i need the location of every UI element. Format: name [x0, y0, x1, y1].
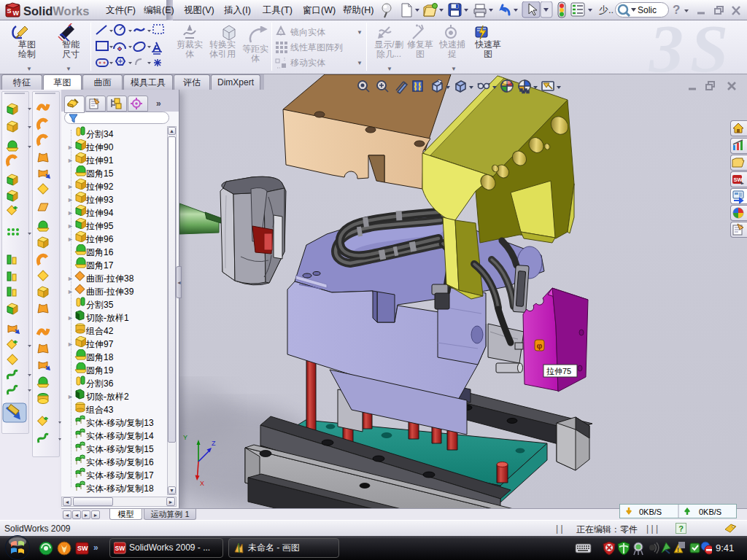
svg-text:φ: φ: [537, 341, 543, 350]
svg-text:少..: 少..: [599, 4, 614, 15]
svg-text:Z: Z: [212, 440, 216, 447]
svg-text:W: W: [13, 9, 20, 17]
svg-text:0KB/S: 0KB/S: [699, 508, 721, 516]
svg-text:»: »: [93, 542, 98, 553]
svg-text:0KB/S: 0KB/S: [639, 508, 662, 516]
svg-text:SW: SW: [115, 545, 126, 552]
svg-text:X: X: [200, 480, 204, 487]
svg-text:SW: SW: [734, 176, 743, 183]
svg-text:»: »: [156, 98, 161, 109]
svg-text:拉伸75: 拉伸75: [546, 367, 571, 376]
svg-text:SW: SW: [77, 545, 88, 552]
svg-text:S: S: [7, 7, 12, 15]
svg-text:Y: Y: [183, 434, 187, 441]
